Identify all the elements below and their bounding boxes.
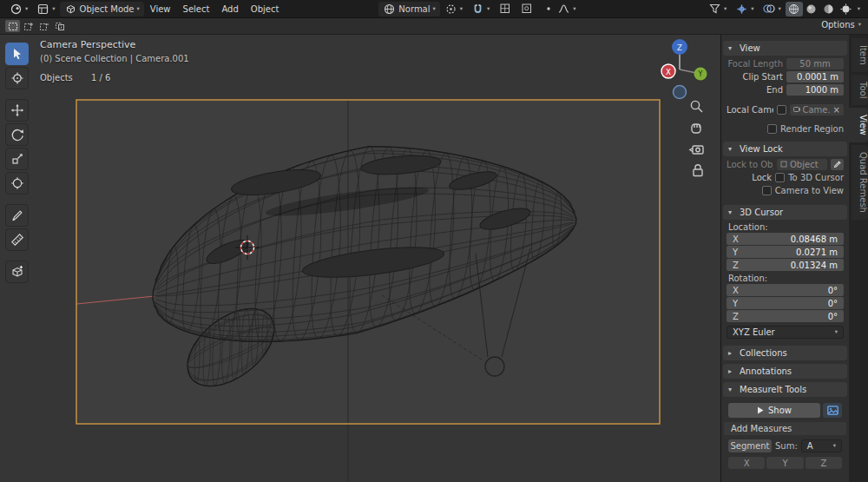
magnet-icon xyxy=(471,3,484,16)
measure-y-button[interactable]: Y xyxy=(766,457,803,469)
clip-end-field[interactable]: 1000 m xyxy=(786,84,844,96)
cursor-location-x-field[interactable]: X 0.08468 m xyxy=(727,233,844,245)
clip-start-label: Clip Start xyxy=(727,72,783,82)
tab-quad-remesh[interactable]: Quad Remesh xyxy=(852,145,868,220)
transform-orientation-dropdown[interactable]: Normal ▾ xyxy=(378,2,439,17)
tool-rotate[interactable] xyxy=(5,123,29,146)
tab-tool[interactable]: Tool xyxy=(852,75,868,105)
rotation-mode-dropdown[interactable]: XYZ Euler ▾ xyxy=(727,326,844,339)
mode-label: Object Mode xyxy=(80,4,135,14)
tab-view[interactable]: View xyxy=(849,108,868,142)
camera-small-icon xyxy=(793,106,800,113)
section-collections[interactable]: ▸ Collections xyxy=(723,346,847,360)
select-mode-set-button[interactable] xyxy=(5,20,20,32)
tool-move[interactable] xyxy=(5,99,29,122)
overlays-toggle[interactable]: ▾ xyxy=(758,2,785,17)
select-cursor-icon xyxy=(10,47,24,61)
menu-view[interactable]: View xyxy=(144,2,177,17)
cursor-rotation-z-field[interactable]: Z 0° xyxy=(727,310,844,322)
location-label: Location: xyxy=(728,222,842,232)
measure-z-button[interactable]: Z xyxy=(806,457,842,469)
section-view-lock[interactable]: ▾ View Lock xyxy=(723,142,847,156)
tool-settings-bar: Options ▾ xyxy=(0,18,868,35)
gizmos-dropdown[interactable]: ▾ xyxy=(751,6,753,12)
caret-down-icon: ▾ xyxy=(728,145,735,153)
proportional-editing-toggle[interactable] xyxy=(516,2,537,17)
cursor-location-y-field[interactable]: Y 0.0271 m xyxy=(727,246,844,258)
snap-dropdown[interactable]: ▾ xyxy=(487,6,490,12)
caret-down-icon: ▾ xyxy=(728,208,735,216)
local-camera-checkbox[interactable] xyxy=(777,105,786,115)
overlays-dropdown[interactable]: ▾ xyxy=(778,6,780,12)
axis-neg-z-ball[interactable] xyxy=(674,86,687,99)
blender-window: { "header": { "mode": "Object Mode", "me… xyxy=(0,0,868,482)
tool-select-box[interactable] xyxy=(5,43,29,65)
3d-viewport[interactable]: Y X Z Camera xyxy=(0,35,720,482)
snap-toggle[interactable]: ▾ xyxy=(467,2,494,17)
section-annotations-title: Annotations xyxy=(740,366,792,376)
select-mode-extend-button[interactable] xyxy=(21,20,36,32)
sidebar-tabs: Item Tool View Quad Remesh xyxy=(849,35,868,482)
visibility-funnel-icon xyxy=(708,3,721,16)
tool-scale[interactable] xyxy=(5,148,29,170)
section-3d-cursor[interactable]: ▾ 3D Cursor xyxy=(723,205,847,220)
proportional-editing-objects[interactable] xyxy=(494,2,516,17)
lock-label: Lock xyxy=(727,173,772,182)
menu-select[interactable]: Select xyxy=(177,2,216,17)
tool-measure[interactable] xyxy=(5,228,29,251)
proportional-falloff-dropdown[interactable]: ▾ xyxy=(537,2,580,17)
cursor-location-z-field[interactable]: Z 0.01324 m xyxy=(727,259,844,271)
shading-dropdown[interactable]: ▾ xyxy=(858,6,860,12)
shading-material-button[interactable] xyxy=(820,2,838,17)
local-camera-value: Came... xyxy=(803,105,831,115)
measureit-render-button[interactable] xyxy=(823,403,842,418)
local-camera-field[interactable]: Came... × xyxy=(790,104,844,116)
falloff-curve-icon xyxy=(557,3,570,16)
measure-x-button[interactable]: X xyxy=(728,457,765,469)
menu-add[interactable]: Add xyxy=(215,2,244,17)
cursor-rotation-x-field[interactable]: X 0° xyxy=(727,284,844,296)
eyedropper-button[interactable] xyxy=(831,159,844,170)
cursor-rotation-y-field[interactable]: Y 0° xyxy=(727,297,844,309)
shading-solid-button[interactable] xyxy=(803,2,820,17)
section-view-lock-title: View Lock xyxy=(740,144,783,154)
app-menu-button[interactable]: ▾ xyxy=(5,2,32,17)
tab-item[interactable]: Item xyxy=(852,38,868,72)
top-header: ▾ ▾ Object Mode ▾ View Select Add Object… xyxy=(0,0,868,18)
local-camera-clear-button[interactable]: × xyxy=(833,105,840,115)
shading-wireframe-button[interactable] xyxy=(786,2,803,17)
prop-grid-icon xyxy=(498,3,511,16)
gizmos-toggle[interactable]: ▾ xyxy=(731,2,758,17)
tool-transform[interactable] xyxy=(5,172,29,195)
section-annotations[interactable]: ▸ Annotations xyxy=(723,364,847,379)
shading-rendered-button[interactable] xyxy=(838,2,855,17)
options-dropdown[interactable]: Options ▾ xyxy=(821,20,861,30)
editor-type-button[interactable]: ▾ xyxy=(32,2,59,17)
tool-cursor[interactable] xyxy=(5,67,29,89)
camera-to-view-checkbox[interactable] xyxy=(762,186,772,195)
section-view[interactable]: ▾ View xyxy=(723,41,847,56)
sum-dropdown[interactable]: A ▾ xyxy=(801,439,842,452)
select-subtract-icon xyxy=(39,22,49,31)
pivot-icon xyxy=(444,3,457,16)
eyedropper-icon xyxy=(833,160,842,168)
to-3d-cursor-checkbox[interactable] xyxy=(775,173,785,182)
sum-value: A xyxy=(807,441,813,451)
tool-annotate[interactable] xyxy=(5,204,29,227)
section-measureit[interactable]: ▾ MeasureIt Tools xyxy=(723,382,847,397)
select-mode-subtract-button[interactable] xyxy=(36,20,51,32)
segment-button[interactable]: Segment xyxy=(728,439,772,452)
select-mode-intersect-button[interactable] xyxy=(52,20,67,32)
rotation-label: Rotation: xyxy=(728,274,842,283)
lock-to-object-field[interactable]: Object xyxy=(777,159,827,170)
mode-dropdown[interactable]: Object Mode ▾ xyxy=(60,2,144,17)
clip-start-field[interactable]: 0.0001 m xyxy=(786,71,844,83)
menu-object[interactable]: Object xyxy=(245,2,286,17)
measureit-show-button[interactable]: Show xyxy=(728,403,820,418)
pivot-point-dropdown[interactable]: ▾ xyxy=(440,2,467,17)
render-region-checkbox[interactable] xyxy=(767,124,777,134)
blender-logo-icon xyxy=(10,3,23,16)
select-set-icon xyxy=(8,22,18,31)
tool-add-primitive[interactable] xyxy=(5,261,29,283)
object-visibility-dropdown[interactable]: ▾ xyxy=(704,2,731,17)
